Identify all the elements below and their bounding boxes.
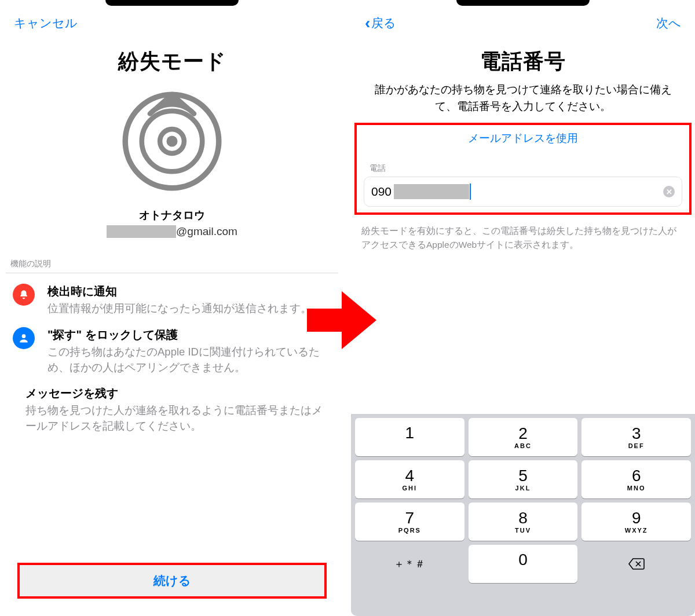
feature-title: 検出時に通知: [47, 284, 312, 299]
key-6[interactable]: 6MNO: [581, 460, 691, 498]
key-3[interactable]: 3DEF: [581, 418, 691, 456]
key-7[interactable]: 7PQRS: [355, 503, 464, 541]
feature-desc: 位置情報が使用可能になったら通知が送信されます。: [47, 301, 312, 317]
feature-title: メッセージを残す: [25, 386, 331, 401]
key-4[interactable]: 4GHI: [355, 460, 464, 498]
lost-mode-screen: キャンセル 紛失モード オトナタロウ @gmail.com 機能の説明 検出時に…: [0, 0, 344, 616]
page-title: 紛失モード: [0, 47, 344, 76]
page-title: 電話番号: [351, 47, 695, 76]
key-5[interactable]: 5JKL: [469, 460, 578, 498]
findmy-icon: [117, 86, 227, 196]
page-subtitle: 誰かがあなたの持ち物を見つけて連絡を取りたい場合に備えて、電話番号を入力してくだ…: [374, 82, 672, 115]
feature-desc: 持ち物を見つけた人が連絡を取れるように電話番号またはメールアドレスを記載してくだ…: [25, 403, 331, 434]
disclosure-note: 紛失モードを有効にすると、この電話番号は紛失した持ち物を見つけた人がアクセスでき…: [361, 224, 685, 252]
section-label: 機能の説明: [10, 259, 344, 269]
key-symbols[interactable]: ＋＊＃: [355, 545, 464, 583]
redacted-email-prefix: [107, 225, 176, 238]
account-email: @gmail.com: [0, 225, 344, 238]
phone-input[interactable]: 090 ✕: [364, 177, 682, 207]
cancel-button[interactable]: キャンセル: [14, 15, 78, 31]
svg-point-3: [167, 136, 178, 147]
notch: [105, 0, 239, 6]
feature-lock: "探す" をロックして保護 この持ち物はあなたのApple IDに関連付けられて…: [0, 317, 344, 376]
input-section: メールアドレスを使用 電話 090 ✕: [354, 123, 692, 215]
continue-button[interactable]: 続ける: [17, 563, 327, 599]
svg-point-4: [22, 334, 26, 338]
key-1[interactable]: 1: [355, 418, 464, 456]
arrow-icon: [307, 288, 376, 352]
key-9[interactable]: 9WXYZ: [581, 503, 691, 541]
redacted-phone-suffix: [394, 184, 469, 199]
chevron-left-icon: ‹: [365, 15, 370, 31]
feature-notify: 検出時に通知 位置情報が使用可能になったら通知が送信されます。: [0, 273, 344, 317]
backspace-icon: [628, 558, 645, 570]
input-label: 電話: [370, 163, 682, 174]
user-icon: [13, 327, 35, 349]
key-backspace[interactable]: [581, 545, 691, 583]
use-email-link[interactable]: メールアドレスを使用: [364, 131, 682, 146]
next-button[interactable]: 次へ: [656, 15, 681, 31]
phone-input-value: 090: [371, 185, 392, 199]
feature-title: "探す" をロックして保護: [47, 327, 331, 343]
feature-message: メッセージを残す 持ち物を見つけた人が連絡を取れるように電話番号またはメールアド…: [0, 375, 344, 434]
text-cursor: [470, 184, 471, 200]
key-8[interactable]: 8TUV: [469, 503, 578, 541]
feature-desc: この持ち物はあなたのApple IDに関連付けられているため、ほかの人はペアリン…: [47, 344, 331, 376]
phone-number-screen: ‹戻る 次へ 電話番号 誰かがあなたの持ち物を見つけて連絡を取りたい場合に備えて…: [351, 0, 695, 616]
numeric-keypad: 1 2ABC 3DEF 4GHI 5JKL 6MNO 7PQRS 8TUV 9W…: [351, 414, 695, 616]
bell-icon: [13, 284, 35, 306]
clear-icon[interactable]: ✕: [663, 186, 675, 197]
account-name: オトナタロウ: [0, 208, 344, 223]
key-0[interactable]: 0: [469, 545, 578, 583]
back-button[interactable]: ‹戻る: [365, 15, 396, 31]
notch: [456, 0, 590, 6]
key-2[interactable]: 2ABC: [469, 418, 578, 456]
